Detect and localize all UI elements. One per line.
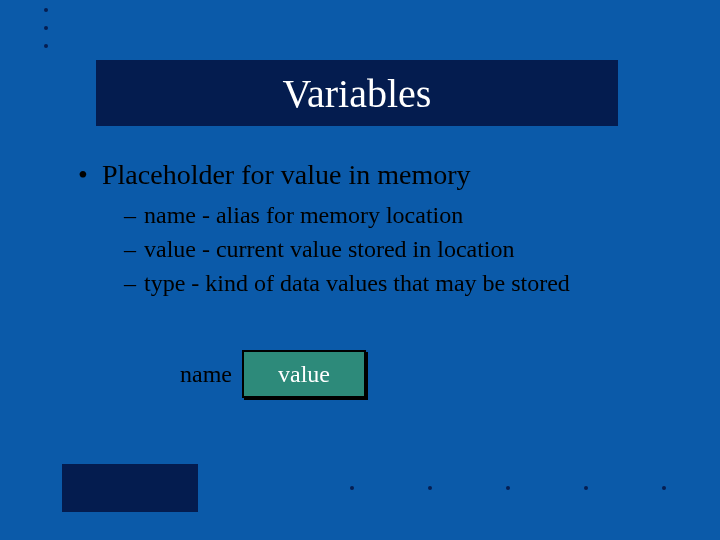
name-value-diagram: name value: [180, 350, 366, 398]
dot-icon: [428, 486, 432, 490]
dot-icon: [44, 26, 48, 30]
dot-icon: [506, 486, 510, 490]
title-band: Variables: [96, 60, 618, 126]
sub-bullets: name - alias for memory location value -…: [124, 200, 660, 298]
decorative-dots-top-left: [44, 8, 48, 62]
slide-title: Variables: [283, 70, 432, 117]
dot-icon: [44, 8, 48, 12]
bullet-level2: name - alias for memory location: [124, 200, 660, 230]
decorative-bottom-bar: [62, 464, 198, 512]
diagram-name-label: name: [180, 361, 232, 388]
bullet-level2: value - current value stored in location: [124, 234, 660, 264]
content-area: Placeholder for value in memory name - a…: [78, 158, 660, 302]
bullet-level1: Placeholder for value in memory: [78, 158, 660, 192]
dot-icon: [584, 486, 588, 490]
bullet-level2: type - kind of data values that may be s…: [124, 268, 660, 298]
slide: Variables Placeholder for value in memor…: [0, 0, 720, 540]
diagram-value-label: value: [278, 361, 330, 388]
dot-icon: [44, 44, 48, 48]
decorative-dots-bottom: [350, 486, 666, 490]
dot-icon: [350, 486, 354, 490]
diagram-value-box: value: [242, 350, 366, 398]
dot-icon: [662, 486, 666, 490]
